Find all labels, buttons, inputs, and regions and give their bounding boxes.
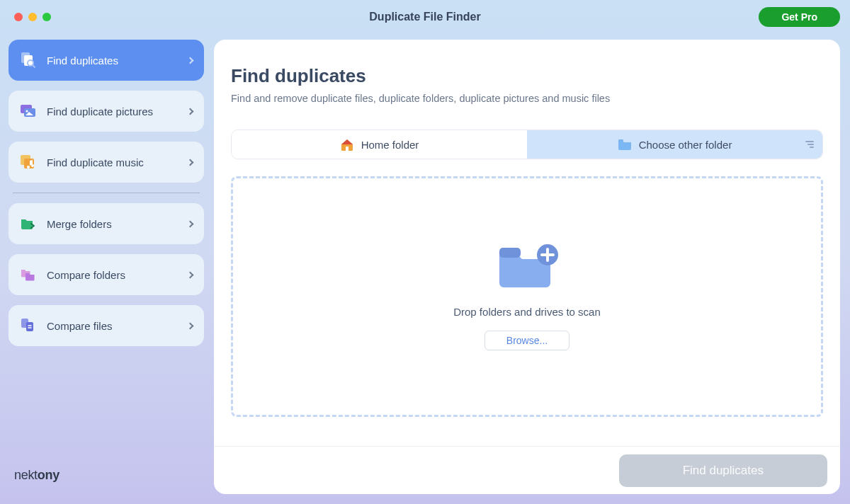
svg-rect-12 [499, 248, 521, 258]
sidebar-item-label: Find duplicates [47, 55, 188, 67]
folder-icon [618, 139, 632, 150]
app-title: Duplicate File Finder [0, 11, 850, 23]
sidebar-item-label: Find duplicate pictures [47, 105, 188, 118]
dropzone-label: Drop folders and drives to scan [453, 306, 601, 318]
minimize-window-button[interactable] [28, 13, 37, 21]
filter-lines-icon[interactable] [805, 141, 814, 148]
page-subtitle: Find and remove duplicate files, duplica… [231, 93, 823, 104]
merge-folders-icon [20, 215, 37, 232]
segment-label: Home folder [361, 139, 419, 151]
sidebar-item-find-duplicate-music[interactable]: Find duplicate music [8, 142, 204, 183]
brand-text-thin: nekt [14, 468, 38, 482]
segment-label: Choose other folder [639, 139, 732, 151]
compare-files-icon [20, 317, 37, 334]
home-icon [340, 139, 354, 150]
window-controls [14, 13, 51, 21]
brand-logo: nektony [8, 468, 204, 483]
sidebar-item-label: Find duplicate music [47, 156, 188, 168]
close-window-button[interactable] [14, 13, 23, 21]
music-icon [20, 154, 37, 171]
titlebar: Duplicate File Finder Get Pro [0, 0, 850, 34]
find-duplicates-button[interactable]: Find duplicates [619, 454, 827, 487]
sidebar-item-find-duplicates[interactable]: Find duplicates [8, 40, 204, 81]
folder-source-segmented: Home folder Choose other folder [231, 130, 823, 159]
sidebar-item-label: Compare files [47, 320, 188, 332]
page-title: Find duplicates [231, 65, 823, 87]
sidebar-item-merge-folders[interactable]: Merge folders [8, 203, 204, 244]
chevron-right-icon [187, 322, 194, 329]
segment-home-folder[interactable]: Home folder [232, 130, 527, 159]
sidebar-item-label: Merge folders [47, 218, 188, 230]
sidebar-item-compare-folders[interactable]: Compare folders [8, 254, 204, 295]
chevron-right-icon [187, 57, 194, 64]
brand-text-bold: ony [38, 468, 60, 482]
maximize-window-button[interactable] [42, 13, 51, 21]
chevron-right-icon [187, 108, 194, 115]
chevron-right-icon [187, 159, 194, 166]
sidebar: Find duplicates Find duplicate pictures … [0, 34, 212, 504]
svg-line-3 [33, 65, 35, 67]
chevron-right-icon [187, 220, 194, 227]
svg-point-6 [26, 110, 28, 113]
sidebar-item-label: Compare folders [47, 269, 188, 281]
main-panel: Find duplicates Find and remove duplicat… [214, 40, 840, 494]
compare-folders-icon [20, 266, 37, 283]
segment-choose-other-folder[interactable]: Choose other folder [527, 130, 822, 159]
chevron-right-icon [187, 271, 194, 278]
get-pro-button[interactable]: Get Pro [759, 7, 840, 27]
browse-button[interactable]: Browse... [484, 331, 570, 350]
find-duplicates-icon [20, 52, 37, 69]
sidebar-item-compare-files[interactable]: Compare files [8, 305, 204, 346]
footer: Find duplicates [214, 446, 840, 494]
sidebar-item-find-duplicate-pictures[interactable]: Find duplicate pictures [8, 91, 204, 132]
pictures-icon [20, 103, 37, 120]
folder-add-icon [495, 244, 559, 293]
sidebar-divider [13, 193, 200, 193]
dropzone[interactable]: Drop folders and drives to scan Browse..… [231, 176, 823, 417]
svg-rect-10 [26, 322, 33, 331]
svg-rect-11 [618, 139, 623, 142]
